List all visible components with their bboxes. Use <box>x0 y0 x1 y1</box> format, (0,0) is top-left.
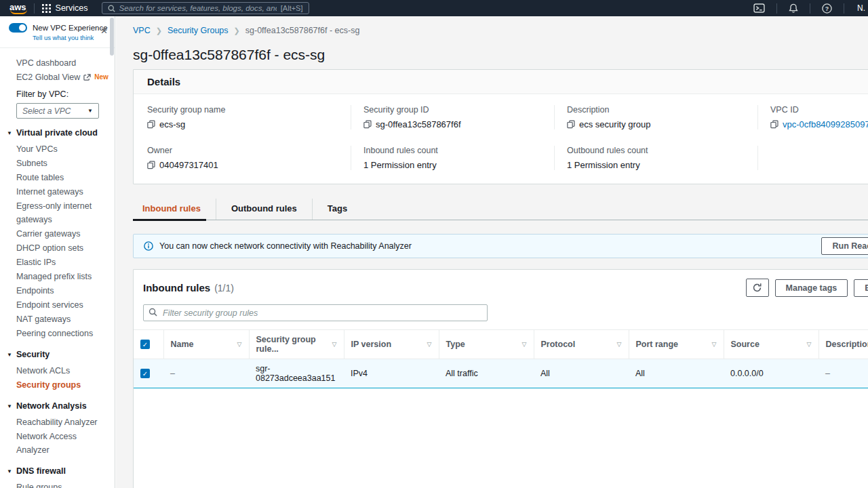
field-label: Owner <box>147 146 334 155</box>
sidebar-item-network-acls[interactable]: Network ACLs <box>16 364 109 378</box>
cell-source: 0.0.0.0/0 <box>724 359 818 388</box>
inbound-rules-table: ✓ Name▽ Security group rule...▽ IP versi… <box>134 329 868 388</box>
description-value: ecs security group <box>579 119 651 129</box>
services-menu-button[interactable]: Services <box>42 3 88 13</box>
copy-icon[interactable] <box>363 120 372 129</box>
field-label: Description <box>567 105 741 115</box>
manage-tags-button[interactable]: Manage tags <box>775 279 848 297</box>
section-header[interactable]: ▼ Virtual private cloud <box>7 128 109 138</box>
sort-icon[interactable]: ▽ <box>712 341 717 348</box>
copy-icon[interactable] <box>147 120 155 129</box>
sidebar-item-vpc-dashboard[interactable]: VPC dashboard <box>16 56 109 70</box>
column-header-source[interactable]: Source▽ <box>724 330 818 359</box>
sidebar-item-elastic-ips[interactable]: Elastic IPs <box>16 256 109 269</box>
chevron-down-icon: ▼ <box>87 108 93 114</box>
column-header-type[interactable]: Type▽ <box>439 330 534 359</box>
new-experience-panel: New VPC Experience Tell us what you thin… <box>0 16 115 48</box>
sidebar-item-ec2-global-view[interactable]: EC2 Global View New <box>16 70 109 84</box>
vpc-select[interactable]: Select a VPC ▼ <box>16 103 99 119</box>
help-button[interactable]: ? <box>818 3 836 14</box>
rules-filter <box>143 304 488 321</box>
copy-icon[interactable] <box>147 161 155 169</box>
close-icon[interactable]: ✕ <box>100 26 108 36</box>
divider <box>776 3 777 14</box>
column-header-port-range[interactable]: Port range▽ <box>629 330 724 359</box>
select-all-header[interactable]: ✓ <box>134 330 163 359</box>
sidebar-item-nat-gateways[interactable]: NAT gateways <box>16 312 109 326</box>
sidebar-item-endpoints[interactable]: Endpoints <box>16 284 109 298</box>
tab-tags[interactable]: Tags <box>312 199 362 220</box>
table-header-row: ✓ Name▽ Security group rule...▽ IP versi… <box>134 330 868 359</box>
inbound-rules-count-badge: (1/1) <box>214 283 234 293</box>
column-label: Security group rule... <box>256 335 330 354</box>
cell-rule-id: sgr-08273adceea3aa151 <box>249 359 344 388</box>
security-group-id-value: sg-0ffea13c587867f6f <box>376 119 461 129</box>
sort-icon[interactable]: ▽ <box>332 341 337 348</box>
sidebar-item-security-groups[interactable]: Security groups <box>16 378 109 392</box>
select-all-checkbox[interactable]: ✓ <box>140 340 150 349</box>
search-shortcut: [Alt+S] <box>281 4 303 12</box>
table-row[interactable]: ✓ – sgr-08273adceea3aa151 IPv4 All traff… <box>134 359 868 388</box>
column-header-ip-version[interactable]: IP version▽ <box>344 330 439 359</box>
sidebar-item-your-vpcs[interactable]: Your VPCs <box>16 142 109 156</box>
new-badge: New <box>94 70 108 84</box>
column-header-protocol[interactable]: Protocol▽ <box>534 330 629 359</box>
rules-filter-input[interactable] <box>143 304 488 321</box>
column-header-description[interactable]: Description▽ <box>818 330 868 359</box>
sidebar-scrollbar[interactable] <box>110 18 114 56</box>
breadcrumb-vpc[interactable]: VPC <box>133 26 151 35</box>
vpc-id-link[interactable]: vpc-0cfb84099285097f4 <box>783 119 868 129</box>
copy-icon[interactable] <box>770 120 778 129</box>
sort-icon[interactable]: ▽ <box>427 341 432 348</box>
tab-inbound-rules[interactable]: Inbound rules <box>133 199 216 220</box>
copy-icon[interactable] <box>567 120 575 129</box>
help-icon: ? <box>822 3 832 14</box>
sort-icon[interactable]: ▽ <box>807 341 812 348</box>
run-reachability-analyzer-button[interactable]: Run Reachability Analyzer <box>821 237 868 255</box>
edit-inbound-rules-button[interactable]: Edit inbound rules <box>854 279 868 297</box>
field-owner: Owner 040497317401 <box>147 146 351 170</box>
region-selector[interactable]: N. <box>852 3 868 13</box>
field-description: Description ecs security group <box>554 105 757 129</box>
row-checkbox[interactable]: ✓ <box>140 369 150 378</box>
refresh-button[interactable] <box>746 279 769 297</box>
sidebar-item-route-tables[interactable]: Route tables <box>16 171 109 184</box>
sort-icon[interactable]: ▽ <box>237 341 242 348</box>
search-input[interactable] <box>119 4 277 12</box>
cloudshell-terminal-icon <box>753 3 765 13</box>
feedback-link[interactable]: Tell us what you think <box>33 34 108 41</box>
sidebar-item-egress-only-internet-gateways[interactable]: Egress-only internet gateways <box>16 199 109 226</box>
breadcrumb-security-groups[interactable]: Security Groups <box>167 26 229 35</box>
sidebar-item-internet-gateways[interactable]: Internet gateways <box>16 185 109 199</box>
new-experience-toggle[interactable] <box>9 23 27 33</box>
section-header[interactable]: ▼ DNS firewall <box>7 466 109 476</box>
sidebar-item-subnets[interactable]: Subnets <box>16 157 109 170</box>
sidebar-item-dhcp-option-sets[interactable]: DHCP option sets <box>16 241 109 255</box>
security-group-name-value: ecs-sg <box>159 119 185 129</box>
sort-icon[interactable]: ▽ <box>617 341 622 348</box>
main-content: VPC ❯ Security Groups ❯ sg-0ffea13c58786… <box>116 16 868 488</box>
inbound-rules-title: Inbound rules <box>143 282 210 293</box>
section-header[interactable]: ▼ Security <box>7 350 109 359</box>
column-header-name[interactable]: Name▽ <box>163 330 249 359</box>
aws-logo[interactable]: aws <box>9 3 26 14</box>
divider <box>844 3 844 14</box>
sidebar-item-peering-connections[interactable]: Peering connections <box>16 327 109 340</box>
sidebar-item-rule-groups[interactable]: Rule groups <box>16 481 109 488</box>
notifications-button[interactable] <box>785 3 802 14</box>
sidebar-item-network-access-analyzer[interactable]: Network Access Analyzer <box>16 430 109 457</box>
cloudshell-button[interactable] <box>749 3 769 13</box>
sort-icon[interactable]: ▽ <box>522 341 527 348</box>
column-label: Protocol <box>541 340 576 349</box>
cell-protocol: All <box>534 359 629 388</box>
sidebar-item-carrier-gateways[interactable]: Carrier gateways <box>16 227 109 241</box>
sidebar-item-managed-prefix-lists[interactable]: Managed prefix lists <box>16 270 109 283</box>
global-search[interactable]: [Alt+S] <box>102 2 309 14</box>
sidebar-item-endpoint-services[interactable]: Endpoint services <box>16 298 109 312</box>
info-banner: You can now check network connectivity w… <box>133 234 868 258</box>
sidebar-item-reachability-analyzer[interactable]: Reachability Analyzer <box>16 415 109 429</box>
ec2-global-view-label: EC2 Global View <box>16 70 80 84</box>
tab-outbound-rules[interactable]: Outbound rules <box>216 199 312 220</box>
section-header[interactable]: ▼ Network Analysis <box>7 401 109 411</box>
column-header-rule-id[interactable]: Security group rule...▽ <box>249 330 344 359</box>
